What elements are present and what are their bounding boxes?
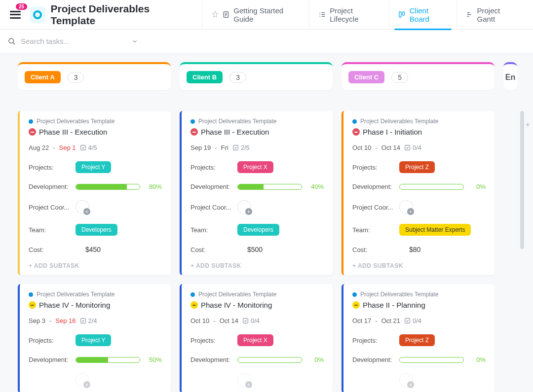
- tab-lifecycle[interactable]: Project Lifecycle: [309, 0, 389, 30]
- status-icon: [190, 301, 198, 309]
- tab-client-board[interactable]: Client Board: [389, 0, 457, 30]
- card-title: Phase III - Execution: [29, 128, 162, 136]
- column-header-extra[interactable]: En: [503, 62, 517, 90]
- space-dot-icon: [352, 119, 357, 124]
- breadcrumb: Project Deliverables Template: [190, 118, 324, 125]
- field-projects: Projects:Project Y: [29, 334, 162, 346]
- search-bar: [0, 30, 533, 53]
- tab-gantt[interactable]: Project Gantt: [457, 0, 526, 30]
- board-column: Project Deliverables Template Phase III …: [180, 111, 333, 392]
- column-count: 3: [68, 72, 84, 83]
- field-development: Development:0%: [352, 356, 486, 363]
- column-header-a[interactable]: Client A 3: [18, 62, 171, 90]
- card-title: Phase IV - Monitoring: [29, 301, 162, 309]
- field-coordinator: Project Coor...: [190, 200, 324, 214]
- svg-rect-9: [405, 319, 410, 323]
- assign-avatar[interactable]: [76, 200, 89, 214]
- task-card[interactable]: Project Deliverables Template Phase I - …: [342, 111, 495, 275]
- assign-avatar[interactable]: [237, 200, 251, 214]
- pin-icon: [211, 10, 219, 19]
- field-coordinator: Project Coor...: [352, 200, 486, 214]
- checklist-count: 2/4: [80, 317, 97, 324]
- task-card[interactable]: Project Deliverables Template Phase IV -…: [180, 284, 333, 392]
- breadcrumb: Project Deliverables Template: [352, 291, 486, 298]
- column-chip: Client B: [187, 71, 223, 83]
- svg-rect-1: [399, 12, 401, 17]
- task-card[interactable]: Project Deliverables Template Phase IV -…: [18, 284, 171, 392]
- project-tag[interactable]: Project Y: [76, 334, 111, 346]
- tab-label: Getting Started Guide: [233, 6, 300, 23]
- search-input[interactable]: [21, 37, 126, 45]
- add-subtask-button[interactable]: + ADD SUBTASK: [352, 262, 486, 269]
- team-tag[interactable]: Developers: [237, 224, 279, 236]
- tab-getting-started[interactable]: Getting Started Guide: [202, 0, 309, 30]
- card-dates: Oct 10-Oct 14 0/4: [352, 144, 486, 151]
- card-dates: Sep 19-Fri 2/5: [190, 144, 324, 151]
- project-tag[interactable]: Project X: [237, 334, 273, 346]
- menu-button[interactable]: 25: [7, 6, 24, 24]
- task-card[interactable]: Project Deliverables Template Phase III …: [18, 111, 171, 275]
- add-subtask-button[interactable]: + ADD SUBTASK: [29, 262, 162, 269]
- svg-rect-4: [80, 145, 85, 150]
- column-header-b[interactable]: Client B 3: [180, 62, 333, 90]
- space-icon[interactable]: [30, 6, 45, 23]
- view-tabs: Getting Started Guide Project Lifecycle …: [202, 0, 526, 30]
- task-card[interactable]: Project Deliverables Template Phase II -…: [342, 284, 495, 392]
- field-cost: Cost:$80: [352, 246, 486, 253]
- add-subtask-button[interactable]: + ADD SUBTASK: [190, 262, 324, 269]
- status-icon: [29, 128, 36, 136]
- field-projects: Projects:Project Z: [352, 161, 486, 173]
- hamburger-icon: [10, 11, 21, 19]
- field-development: Development:80%: [29, 183, 162, 190]
- breadcrumb: Project Deliverables Template: [352, 118, 486, 125]
- field-cost: Cost:$500: [190, 246, 324, 253]
- breadcrumb: Project Deliverables Template: [29, 291, 162, 298]
- card-title: Phase III - Execution: [190, 128, 324, 136]
- card-title: Phase II - Planning: [352, 301, 486, 309]
- field-coordinator: [29, 373, 162, 387]
- assign-avatar[interactable]: [76, 373, 89, 387]
- task-card[interactable]: Project Deliverables Template Phase III …: [180, 111, 333, 275]
- chevron-down-icon[interactable]: [131, 38, 138, 45]
- field-projects: Projects:Project X: [190, 334, 324, 346]
- column-chip: Client C: [348, 71, 384, 83]
- card-dates: Sep 3-Sep 16 2/4: [29, 317, 162, 324]
- team-tag[interactable]: Developers: [76, 224, 117, 236]
- field-development: Development:0%: [190, 356, 324, 363]
- status-icon: [352, 301, 360, 309]
- field-coordinator: [190, 373, 324, 387]
- list-icon: [318, 10, 326, 19]
- doc-icon: [222, 10, 230, 19]
- column-header-c[interactable]: Client C 5: [342, 62, 495, 90]
- svg-point-3: [9, 38, 13, 43]
- card-title: Phase IV - Monitoring: [190, 301, 324, 309]
- project-tag[interactable]: Project X: [237, 161, 273, 173]
- progress-bar: [399, 184, 464, 190]
- field-development: Development:40%: [190, 183, 324, 190]
- card-dates: Aug 22-Sep 1 4/5: [29, 144, 162, 151]
- checklist-count: 0/4: [404, 144, 421, 151]
- add-column-icon[interactable]: +: [526, 120, 530, 129]
- space-dot-icon: [29, 119, 33, 124]
- assign-avatar[interactable]: [399, 200, 413, 214]
- field-team: Team:Developers: [190, 224, 324, 236]
- field-development: Development:0%: [352, 183, 486, 190]
- assign-avatar[interactable]: [237, 373, 251, 387]
- field-projects: Projects:Project Y: [29, 161, 162, 173]
- progress-bar: [237, 357, 302, 363]
- team-tag[interactable]: Subject Matter Experts: [399, 224, 471, 236]
- checklist-count: 4/5: [80, 144, 97, 151]
- field-projects: Projects:Project X: [190, 161, 324, 173]
- project-tag[interactable]: Project Y: [76, 161, 111, 173]
- assign-avatar[interactable]: [399, 373, 413, 387]
- status-icon: [190, 128, 198, 136]
- circle-icon: [33, 10, 42, 19]
- scrollbar[interactable]: [520, 111, 524, 249]
- space-dot-icon: [29, 292, 33, 297]
- field-projects: Projects:Project Z: [352, 334, 486, 346]
- gantt-icon: [466, 10, 474, 19]
- field-coordinator: [352, 373, 486, 387]
- board-icon: [398, 10, 406, 19]
- project-tag[interactable]: Project Z: [399, 334, 435, 346]
- project-tag[interactable]: Project Z: [399, 161, 435, 173]
